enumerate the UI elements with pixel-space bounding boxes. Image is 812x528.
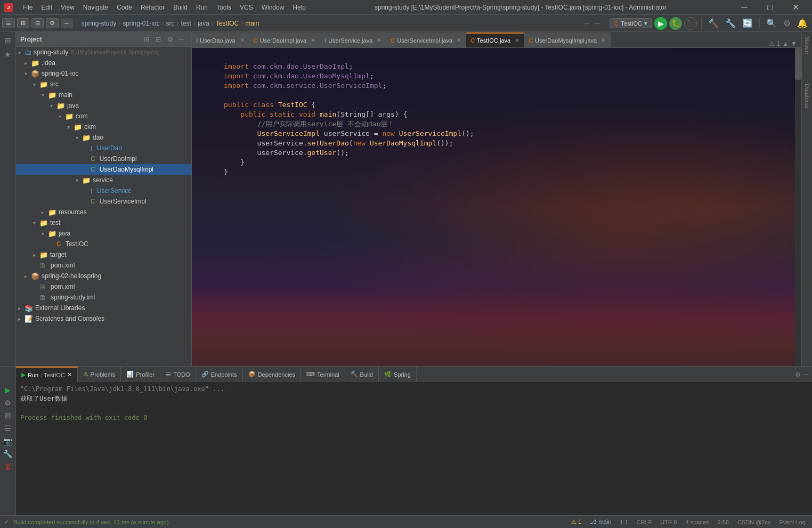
menu-run[interactable]: Run — [193, 3, 211, 12]
run-icon-7[interactable]: 🗑 — [2, 461, 14, 473]
breadcrumb-java[interactable]: java — [198, 20, 209, 27]
tab-UserServiceImpl[interactable]: C UserServiceImpl.java ✕ — [386, 33, 466, 47]
back-icon[interactable]: ← — [583, 19, 591, 28]
bottom-tab-build[interactable]: 🔨 Build — [345, 367, 379, 383]
menu-edit[interactable]: Edit — [38, 3, 55, 12]
tab-UserDaoMysqlImpl[interactable]: C UserDaoMysqlImpl.java ✕ — [524, 33, 611, 47]
tab-UserService[interactable]: I UserService.java ✕ — [320, 33, 386, 47]
tab-UserDaoImpl[interactable]: C UserDaoImpl.java ✕ — [249, 33, 320, 47]
project-settings[interactable]: ⚙ — [165, 34, 175, 45]
tree-item-service[interactable]: ▾ 📁 service — [16, 175, 191, 185]
menu-view[interactable]: View — [58, 3, 78, 12]
tree-item-pom-02[interactable]: ▸ 🗎 pom.xml — [16, 281, 191, 292]
menu-help[interactable]: Help — [289, 3, 309, 12]
breadcrumb-src[interactable]: src — [166, 20, 175, 27]
console-output[interactable]: "C:\Program Files\Java\jdk1.8.0_111\bin\… — [16, 382, 812, 515]
run-icon-4[interactable]: ☰ — [2, 423, 14, 434]
breadcrumb-root[interactable]: spring-study — [82, 20, 116, 27]
scroll-down-icon[interactable]: ▼ — [791, 40, 797, 47]
panel-settings-icon[interactable]: ⚙ — [795, 371, 801, 378]
tree-item-spring-study[interactable]: ▾ 🗂 spring-study E:\1MyStudentProject\a-… — [16, 47, 191, 58]
scroll-up-icon[interactable]: ▲ — [782, 40, 789, 47]
tab-close-UserServiceImpl[interactable]: ✕ — [457, 37, 461, 44]
build-status-text[interactable]: Build completed successfully in 4 sec, 1… — [11, 519, 171, 525]
debug-button[interactable]: 🐛 — [669, 17, 682, 30]
tree-item-spring-02[interactable]: ▸ 📦 spring-02-hellospring — [16, 271, 191, 281]
structure-button[interactable]: ⊞ — [17, 18, 29, 28]
close-button[interactable]: ✕ — [783, 0, 808, 15]
tree-item-idea[interactable]: ▸ 📁 .idea — [16, 58, 191, 68]
tree-item-test[interactable]: ▾ 📁 test — [16, 217, 191, 228]
build-project-button[interactable]: 🔨 — [706, 18, 721, 28]
cover-button[interactable]: ⬛ — [684, 17, 697, 30]
indent-size[interactable]: 4 spaces — [683, 519, 711, 525]
tree-item-UserDaoMysqlImpl[interactable]: ▸ C UserDaoMysqlImpl — [16, 164, 191, 175]
maven-panel-toggle[interactable]: Maven — [803, 32, 811, 58]
tab-TestIOC[interactable]: C TestIOC.java ✕ — [466, 33, 524, 47]
scrollbar-thumb[interactable] — [795, 48, 801, 80]
tree-item-UserService[interactable]: ▸ I UserService — [16, 185, 191, 196]
menu-refactor[interactable]: Refactor — [137, 3, 168, 12]
tab-close-TestIOC[interactable]: ✕ — [515, 37, 519, 44]
bottom-tab-terminal[interactable]: ⌨ Terminal — [301, 367, 345, 383]
tree-item-external-libs[interactable]: ▸ 📚 External Libraries — [16, 303, 191, 313]
editor-scrollbar[interactable] — [795, 48, 801, 366]
close-panel-button[interactable]: ─ — [61, 19, 72, 28]
forward-icon[interactable]: → — [593, 19, 600, 28]
tree-item-dao[interactable]: ▾ 📁 dao — [16, 132, 191, 143]
run-restart-icon[interactable]: ▶ — [2, 384, 14, 396]
run-button[interactable]: ▶ — [654, 17, 667, 30]
project-tree[interactable]: ▾ 🗂 spring-study E:\1MyStudentProject\a-… — [16, 47, 191, 366]
tree-item-UserServiceImpl[interactable]: ▸ C UserServiceImpl — [16, 196, 191, 207]
bottom-tab-run[interactable]: ▶ Run : TestIOC ✕ — [16, 367, 78, 383]
tab-close-UserDaoImpl[interactable]: ✕ — [311, 37, 315, 44]
run-stop-icon[interactable]: ⚙ — [2, 397, 14, 409]
tab-close-UserDao[interactable]: ✕ — [240, 37, 245, 44]
tree-item-java-test[interactable]: ▾ 📁 java — [16, 228, 191, 239]
run-tab-close[interactable]: ✕ — [67, 371, 72, 378]
menu-tools[interactable]: Tools — [213, 3, 234, 12]
project-collapse-all[interactable]: ⊟ — [153, 34, 164, 45]
tree-item-UserDaoImpl[interactable]: ▸ C UserDaoImpl — [16, 153, 191, 164]
tree-item-resources[interactable]: ▸ 📁 resources — [16, 207, 191, 217]
database-panel-toggle[interactable]: Database — [803, 79, 811, 113]
bottom-tab-problems[interactable]: ⚠ Problems — [78, 367, 121, 383]
bottom-tab-spring[interactable]: 🌿 Spring — [379, 367, 417, 383]
bottom-tab-todo[interactable]: ☰ TODO — [160, 367, 196, 383]
tree-item-ckm[interactable]: ▾ 📁 ckm — [16, 121, 191, 132]
bottom-tab-profiler[interactable]: 📊 Profiler — [121, 367, 160, 383]
build-rebuild-button[interactable]: 🔧 — [723, 18, 738, 28]
tree-item-TestIOC[interactable]: ▸ C TestIOC — [16, 239, 191, 249]
tree-item-scratches[interactable]: ▸ 📝 Scratches and Consoles — [16, 313, 191, 324]
menu-navigate[interactable]: Navigate — [80, 3, 111, 12]
tree-item-com[interactable]: ▾ 📁 com — [16, 111, 191, 121]
git-branch[interactable]: ⎇ main — [588, 518, 613, 525]
event-log[interactable]: Event Log — [777, 519, 808, 525]
menu-file[interactable]: File — [19, 3, 36, 12]
menu-build[interactable]: Build — [170, 3, 191, 12]
left-icon-favorites[interactable]: ★ — [2, 48, 14, 61]
menu-vcs[interactable]: VCS — [237, 3, 256, 12]
search-everywhere-button[interactable]: 🔍 — [764, 18, 779, 28]
bottom-tab-dependencies[interactable]: 📦 Dependencies — [243, 367, 301, 383]
tree-item-java-main[interactable]: ▾ 📁 java — [16, 100, 191, 111]
tab-close-UserService[interactable]: ✕ — [377, 37, 381, 44]
minimize-button[interactable]: ─ — [732, 0, 757, 15]
menu-window[interactable]: Window — [258, 3, 288, 12]
maximize-button[interactable]: □ — [758, 0, 782, 15]
panel-minimize-icon[interactable]: ─ — [803, 371, 808, 378]
tab-close-UserDaoMysqlImpl[interactable]: ✕ — [601, 37, 606, 44]
tree-item-pom-01[interactable]: ▸ 🗎 pom.xml — [16, 260, 191, 271]
tree-item-src[interactable]: ▾ 📁 src — [16, 79, 191, 90]
code-area[interactable]: 1 2 3 4 ▶5 ▶6 7 8 9 10 11⊟ 12 13 import … — [192, 48, 801, 366]
update-button[interactable]: 🔄 — [740, 18, 755, 28]
bottom-tab-endpoints[interactable]: 🔗 Endpoints — [196, 367, 243, 383]
tree-item-target[interactable]: ▸ 📁 target — [16, 249, 191, 260]
tree-item-UserDao[interactable]: ▸ I UserDao — [16, 143, 191, 153]
line-ending[interactable]: CRLF — [635, 519, 654, 525]
expand-button[interactable]: ⊟ — [31, 18, 44, 28]
line-col-indicator[interactable]: 1:1 — [618, 519, 630, 525]
breadcrumb-test[interactable]: test — [181, 20, 191, 27]
menu-code[interactable]: Code — [113, 3, 135, 12]
project-close[interactable]: ─ — [176, 34, 187, 45]
